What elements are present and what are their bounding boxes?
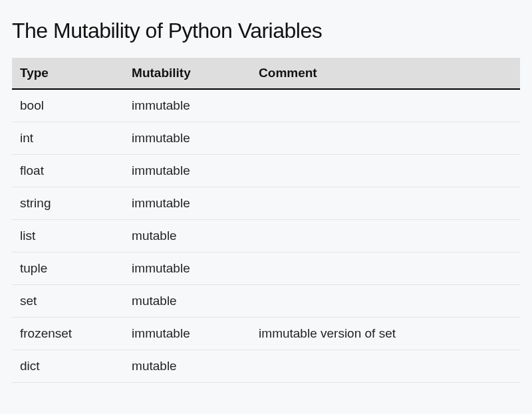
cell-type: set (12, 285, 124, 318)
table-row: dict mutable (12, 350, 520, 383)
cell-comment (251, 350, 520, 383)
cell-mutability: immutable (124, 253, 251, 285)
cell-type: int (12, 122, 124, 155)
col-header-type: Type (12, 58, 124, 89)
cell-comment (251, 122, 520, 155)
cell-comment (251, 187, 520, 220)
cell-type: float (12, 155, 124, 187)
cell-type: string (12, 187, 124, 220)
table-row: float immutable (12, 155, 520, 187)
col-header-mutability: Mutability (124, 58, 251, 89)
table-row: list mutable (12, 220, 520, 253)
table-row: bool immutable (12, 89, 520, 122)
table-row: tuple immutable (12, 253, 520, 285)
cell-type: dict (12, 350, 124, 383)
cell-mutability: immutable (124, 155, 251, 187)
table-row: int immutable (12, 122, 520, 155)
cell-comment (251, 89, 520, 122)
page-title: The Mutability of Python Variables (12, 19, 520, 43)
cell-type: list (12, 220, 124, 253)
col-header-comment: Comment (251, 58, 520, 89)
table-row: string immutable (12, 187, 520, 220)
cell-comment (251, 285, 520, 318)
cell-mutability: immutable (124, 122, 251, 155)
cell-comment (251, 253, 520, 285)
table-row: frozenset immutable immutable version of… (12, 318, 520, 350)
cell-type: frozenset (12, 318, 124, 350)
mutability-table: Type Mutability Comment bool immutable i… (12, 58, 520, 383)
table-header-row: Type Mutability Comment (12, 58, 520, 89)
cell-mutability: immutable (124, 187, 251, 220)
cell-mutability: immutable (124, 89, 251, 122)
cell-type: tuple (12, 253, 124, 285)
cell-mutability: mutable (124, 285, 251, 318)
cell-comment (251, 220, 520, 253)
cell-comment (251, 155, 520, 187)
table-row: set mutable (12, 285, 520, 318)
cell-type: bool (12, 89, 124, 122)
cell-mutability: mutable (124, 220, 251, 253)
cell-mutability: immutable (124, 318, 251, 350)
cell-mutability: mutable (124, 350, 251, 383)
cell-comment: immutable version of set (251, 318, 520, 350)
